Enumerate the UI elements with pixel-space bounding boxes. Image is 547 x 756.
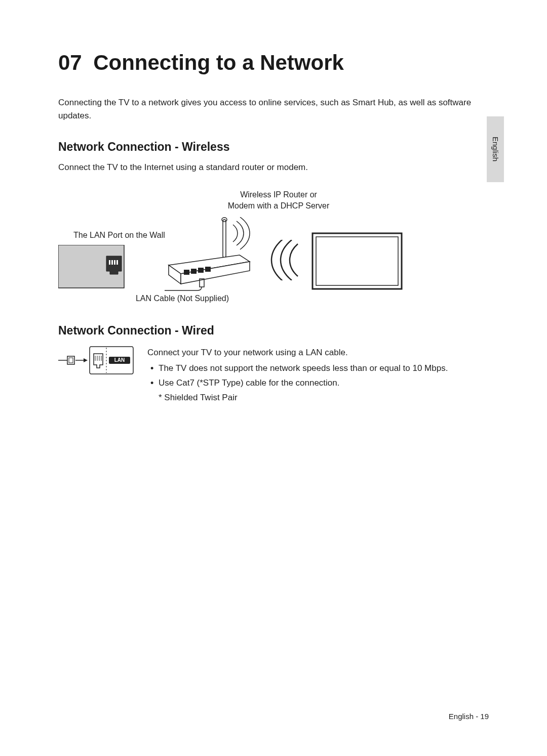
svg-rect-15 [69, 358, 73, 363]
page-number: English - 19 [449, 712, 489, 721]
svg-rect-4 [223, 220, 226, 258]
lan-cable-label: LAN Cable (Not Supplied) [119, 293, 246, 304]
wired-bullet-1: The TV does not support the network spee… [147, 361, 448, 375]
wireless-heading: Network Connection - Wireless [58, 140, 489, 154]
chapter-title: Connecting to a Network [93, 51, 344, 74]
svg-rect-0 [109, 260, 110, 265]
language-tab: English [487, 116, 504, 182]
svg-rect-6 [184, 270, 189, 275]
wired-bullet-2: Use Cat7 (*STP Type) cable for the conne… [147, 376, 448, 390]
wired-bullet-list: The TV does not support the network spee… [147, 361, 448, 390]
svg-rect-8 [198, 268, 204, 273]
wireless-diagram: Wireless IP Router or Modem with a DHCP … [58, 189, 489, 306]
intro-paragraph: Connecting the TV to a network gives you… [58, 96, 489, 122]
language-tab-text: English [491, 137, 500, 161]
lan-port-icon: LAN [58, 346, 134, 375]
svg-rect-2 [114, 260, 115, 265]
chapter-number: 07 [58, 51, 82, 74]
wall-port-icon [58, 245, 129, 290]
wired-heading: Network Connection - Wired [58, 324, 489, 338]
wireless-signal-icon [268, 240, 304, 280]
router-label-line1: Wireless IP Router or [215, 189, 342, 200]
wired-footnote: * Shielded Twist Pair [147, 391, 448, 404]
tv-icon [311, 232, 403, 290]
svg-rect-1 [111, 260, 113, 265]
wireless-body: Connect the TV to the Internet using a s… [58, 161, 489, 174]
svg-rect-7 [191, 269, 197, 274]
svg-marker-17 [84, 358, 88, 362]
router-icon [165, 217, 256, 293]
wired-text-block: Connect your TV to your network using a … [147, 346, 448, 405]
router-label-line2: Modem with a DHCP Server [215, 200, 342, 212]
svg-rect-9 [205, 267, 211, 272]
wired-section: LAN Connect your TV to your network usin… [58, 346, 489, 405]
svg-rect-3 [116, 260, 118, 265]
svg-rect-12 [316, 237, 398, 285]
wired-intro: Connect your TV to your network using a … [147, 346, 448, 359]
page-container: 07 Connecting to a Network Connecting th… [0, 0, 547, 435]
chapter-header: 07 Connecting to a Network [58, 51, 489, 75]
lan-port-text: LAN [114, 357, 125, 363]
router-label: Wireless IP Router or Modem with a DHCP … [215, 189, 342, 212]
